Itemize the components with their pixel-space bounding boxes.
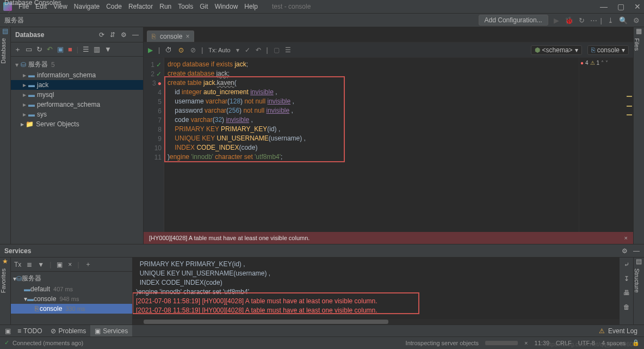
menu-tools[interactable]: Tools (178, 3, 193, 10)
gear-icon[interactable]: ⚙ (622, 247, 628, 255)
soft-wrap-icon[interactable]: ⤶ (624, 261, 629, 268)
error-count-icon[interactable]: ● (580, 60, 584, 66)
tree-icon[interactable]: ≣ (27, 261, 32, 268)
event-log-icon[interactable]: ⚠ (599, 327, 605, 335)
database-tab-icon[interactable]: ▤ (0, 27, 10, 35)
hide-icon[interactable]: — (633, 247, 640, 255)
menu-navigate[interactable]: Navigate (74, 3, 100, 10)
code-line-3[interactable]: create table jack.kaven( (168, 78, 579, 88)
tree-item[interactable]: ▸▬information_schema (11, 70, 143, 80)
tx-dropdown-icon[interactable]: ▾ (236, 46, 239, 54)
svc-tree-item[interactable]: ▬ default407 ms (11, 284, 132, 294)
explain-icon[interactable]: ⊙ (177, 46, 185, 54)
window-icon[interactable]: ▣ (57, 261, 63, 268)
run-icon[interactable]: ▶ (148, 46, 153, 54)
close-icon[interactable]: × (68, 261, 72, 268)
tree-item[interactable]: ▸▬jack (11, 80, 143, 90)
svc-tree-item[interactable]: ⎘ console330 ms (11, 304, 132, 314)
clear-icon[interactable]: 🗑 (623, 303, 630, 311)
bottom-tab-services[interactable]: ▣Services (90, 325, 132, 336)
cancel-icon[interactable]: ▢ (274, 46, 280, 54)
sync-icon[interactable]: ⟳ (99, 31, 104, 39)
menu-window[interactable]: Window (215, 3, 238, 10)
scroll-to-end-icon[interactable]: ↧ (624, 275, 629, 283)
run-icon[interactable]: ▶ (554, 16, 559, 25)
database-tree[interactable]: ▾⛁服务器5▸▬information_schema▸▬jack▸▬mysql▸… (11, 57, 143, 131)
code-line-2[interactable]: create database jack; (168, 69, 579, 78)
tree-item[interactable]: ▸▬mysql (11, 90, 143, 100)
stop-icon[interactable]: ■ (68, 45, 72, 53)
stop-icon[interactable]: ↻ (579, 16, 585, 25)
tree-item[interactable]: ▸▬performance_schema (11, 100, 143, 109)
mark-up-icon[interactable]: ˄ (601, 60, 604, 66)
menu-help[interactable]: Help (244, 3, 258, 10)
cols-icon[interactable]: ▥ (94, 45, 100, 53)
tx-icon[interactable]: Tx (14, 261, 21, 268)
editor-code[interactable]: drop database if exists jack;create data… (164, 58, 579, 232)
close-icon[interactable]: ✕ (634, 2, 641, 11)
menu-run[interactable]: Run (159, 3, 171, 10)
services-tree[interactable]: ▾ ⛁ 服务器▬ default407 ms▾ ▬ console948 ms⎘… (11, 272, 132, 315)
database-tab-label[interactable]: Database (0, 38, 7, 64)
crumb-1[interactable]: 服务器 (4, 16, 61, 25)
left-gutter[interactable]: ▤ Database (0, 27, 11, 244)
services-output[interactable]: PRIMARY KEY PRIMARY_KEY(id) , UNIQUE KEY… (133, 258, 619, 324)
editor-tab[interactable]: ⎘ console × (147, 30, 194, 42)
horizontal-scrollbar[interactable] (133, 319, 619, 324)
tree-item[interactable]: ▸ 📁Server Objects (11, 119, 143, 129)
dup-icon[interactable]: ▭ (26, 45, 32, 53)
tx-mode-label[interactable]: Tx: Auto (208, 47, 230, 53)
svc-tree-item[interactable]: ▾ ⛁ 服务器 (11, 273, 132, 284)
code-line-9[interactable]: UNIQUE KEY UNI_USERNAME(username) , (168, 134, 579, 143)
tx-rollback-icon[interactable]: ↶ (256, 46, 261, 54)
rollback-icon[interactable]: ↶ (47, 45, 53, 53)
git-update-icon[interactable]: ⤓ (608, 16, 614, 25)
hide-icon[interactable]: — (132, 31, 139, 39)
code-line-1[interactable]: drop database if exists jack; (168, 60, 579, 69)
menu-code[interactable]: Code (106, 3, 122, 10)
filter-icon[interactable]: ▼ (38, 261, 44, 268)
progress-cancel-icon[interactable]: × (524, 340, 528, 346)
tx-commit-icon[interactable]: ✓ (245, 46, 250, 54)
code-line-7[interactable]: code varchar(32) invisible , (168, 115, 579, 125)
structure-tab-label[interactable]: Structure (634, 268, 640, 293)
close-banner-icon[interactable]: × (624, 235, 628, 241)
warn-count-icon[interactable]: ⚠ (590, 60, 595, 66)
filter-icon[interactable]: ▼ (104, 45, 112, 53)
menu-refactor[interactable]: Refactor (128, 3, 153, 10)
bottom-tab-bar[interactable]: ▣ ≡TODO⊘Problems▣Services ⚠ Event Log (0, 324, 644, 336)
code-line-5[interactable]: username varchar(128) not null invisible… (168, 97, 579, 106)
code-line-8[interactable]: PRIMARY KEY PRIMARY_KEY(id) , (168, 125, 579, 134)
code-line-11[interactable]: )engine 'innodb' character set 'utf8mb4'… (168, 152, 579, 162)
history-icon[interactable]: ⏱ (165, 46, 172, 54)
editor-gutter[interactable]: 1✓2✓3●4567891011 (144, 58, 164, 232)
session-picker[interactable]: ⎘console▾ (587, 45, 629, 55)
more-icon[interactable]: ⋯ (590, 16, 597, 25)
search-icon[interactable]: 🔍 (619, 16, 628, 25)
add-configuration-button[interactable]: Add Configuration... (479, 15, 548, 26)
debug-icon[interactable]: 🐞 (565, 16, 573, 25)
add-icon[interactable]: ＋ (14, 45, 21, 54)
files-tab-label[interactable]: Files (634, 38, 640, 51)
rows-icon[interactable]: ☰ (83, 45, 89, 53)
gear-icon[interactable]: ⚙ (121, 31, 127, 39)
maximize-icon[interactable]: ▢ (617, 2, 624, 11)
print-icon[interactable]: 🖶 (623, 289, 630, 297)
code-line-4[interactable]: id integer auto_increment invisible , (168, 88, 579, 97)
output-icon[interactable]: ☰ (285, 46, 291, 54)
sort-icon[interactable]: ⇵ (110, 31, 115, 39)
minimize-icon[interactable]: — (600, 2, 608, 11)
event-log-label[interactable]: Event Log (608, 327, 637, 335)
svc-tree-item[interactable]: ▾ ▬ console948 ms (11, 294, 132, 304)
bottom-tab-todo[interactable]: ≡TODO (13, 325, 46, 336)
close-tab-icon[interactable]: × (185, 33, 189, 40)
commit-icon[interactable]: ▣ (57, 45, 64, 53)
files-tab-icon[interactable]: ▦ (634, 27, 644, 35)
plus-icon[interactable]: ＋ (85, 260, 91, 269)
code-line-10[interactable]: INDEX CODE_INDEX(code) (168, 143, 579, 152)
tree-item[interactable]: ▸▬sys (11, 109, 143, 119)
favorites-tab-label[interactable]: Favorites (0, 268, 7, 293)
tree-root[interactable]: ▾⛁服务器5 (11, 59, 143, 70)
refresh-icon[interactable]: ↻ (36, 45, 42, 53)
error-stripe[interactable]: ●4 ⚠1 ˄ ˅ (579, 58, 633, 232)
